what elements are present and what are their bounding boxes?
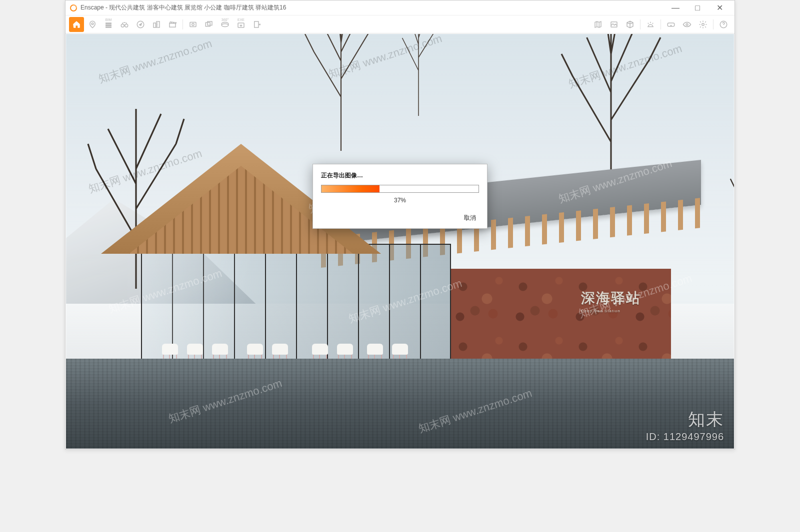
- watermark-corner: 知末 ID: 1129497996: [646, 408, 724, 443]
- minimap-icon[interactable]: [590, 17, 606, 32]
- svg-rect-17: [254, 21, 258, 27]
- svg-rect-11: [190, 22, 196, 26]
- bim-manage-icon[interactable]: BIM: [101, 17, 116, 32]
- svg-point-20: [686, 23, 688, 25]
- dialog-title: 正在导出图像…: [321, 171, 479, 180]
- tree-graphic: [556, 34, 666, 169]
- export-file-icon[interactable]: [250, 17, 264, 32]
- progress-percent: 37%: [321, 197, 479, 204]
- video-clapper-icon[interactable]: [165, 17, 180, 32]
- progress-bar-fill: [322, 185, 380, 192]
- window-title: Enscape - 现代公共建筑 游客中心建筑 展览馆 小公建 咖啡厅建筑 驿站…: [80, 3, 664, 12]
- tree-graphic: [716, 119, 734, 299]
- location-pin-icon[interactable]: [85, 17, 100, 32]
- building-signage: 深海驿站 Deep Sea Station: [581, 289, 641, 313]
- render-viewport[interactable]: ⌄ 深海驿站 Deep Sea Station: [66, 34, 734, 449]
- svg-rect-2: [106, 23, 112, 24]
- svg-point-5: [121, 24, 124, 27]
- minimize-button[interactable]: —: [664, 0, 686, 15]
- export-progress-dialog: 正在导出图像… 37% 取消: [312, 164, 488, 229]
- main-toolbar: BIM360°EXE: [66, 15, 734, 33]
- svg-point-1: [92, 22, 94, 24]
- svg-point-6: [125, 24, 128, 27]
- buildings-icon[interactable]: [149, 17, 164, 32]
- sun-settings-icon[interactable]: [643, 17, 658, 32]
- svg-rect-4: [106, 26, 112, 27]
- window-controls: — □ ✕: [664, 0, 730, 15]
- binoculars-icon[interactable]: [117, 17, 132, 32]
- help-icon[interactable]: [716, 17, 731, 32]
- visual-settings-icon[interactable]: [680, 17, 694, 32]
- tree-graphic: [296, 34, 386, 149]
- svg-point-12: [192, 23, 194, 25]
- panorama-360-icon[interactable]: 360°: [218, 17, 232, 32]
- cancel-button[interactable]: 取消: [461, 213, 479, 223]
- home-icon[interactable]: [69, 17, 84, 32]
- svg-point-15: [222, 23, 228, 26]
- compass-icon[interactable]: [133, 17, 148, 32]
- svg-rect-8: [154, 23, 156, 27]
- progress-bar: [321, 185, 479, 193]
- app-window: Enscape - 现代公共建筑 游客中心建筑 展览馆 小公建 咖啡厅建筑 驿站…: [65, 0, 735, 450]
- svg-point-21: [702, 23, 704, 25]
- rendered-scene: 深海驿站 Deep Sea Station: [66, 34, 734, 449]
- export-exe-icon[interactable]: EXE: [234, 17, 248, 32]
- close-button[interactable]: ✕: [708, 0, 730, 15]
- app-logo-icon: [70, 4, 78, 12]
- maximize-button[interactable]: □: [686, 0, 708, 15]
- screenshot-icon[interactable]: [186, 17, 200, 32]
- batch-render-icon[interactable]: [202, 17, 216, 32]
- tree-graphic: [386, 34, 451, 129]
- titlebar: Enscape - 现代公共建筑 游客中心建筑 展览馆 小公建 咖啡厅建筑 驿站…: [66, 0, 734, 15]
- settings-gear-icon[interactable]: [696, 17, 710, 32]
- svg-rect-10: [170, 23, 176, 27]
- vr-headset-icon[interactable]: [664, 17, 678, 32]
- asset-library-icon[interactable]: [606, 17, 622, 32]
- view-cube-icon[interactable]: [622, 17, 638, 32]
- svg-rect-3: [106, 24, 112, 25]
